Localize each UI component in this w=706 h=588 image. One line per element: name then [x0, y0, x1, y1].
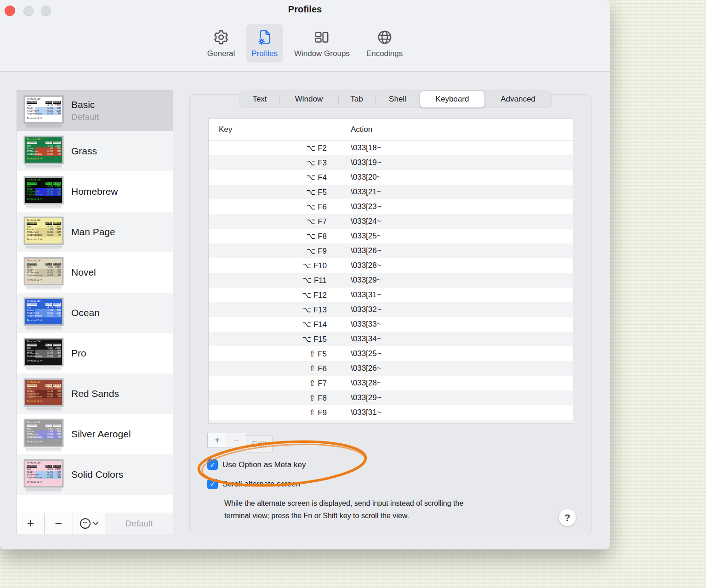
tab-text[interactable]: Text [240, 91, 279, 107]
checkbox-label: Scroll alternate screen [222, 480, 300, 489]
checkmark-icon: ✓ [210, 480, 216, 488]
action-cell: \033[31~ [339, 290, 381, 300]
key-mapping-row[interactable]: ⌥ F11 \033[29~ [209, 273, 573, 288]
key-mapping-row[interactable]: ⌥ F15 \033[34~ [209, 332, 573, 346]
toolbar-item-profiles[interactable]: Profiles [246, 24, 283, 62]
more-options-icon: ••• [80, 518, 91, 529]
profile-list-item[interactable]: Terminal1# COMMAND %CPU RPRVT top4.1%231… [17, 131, 173, 171]
profile-name: Pro [71, 348, 170, 359]
checkbox-label: Use Option as Meta key [222, 460, 306, 469]
toolbar-label: Window Groups [294, 49, 350, 58]
key-cell: ⌥ F13 [209, 305, 339, 315]
key-mapping-row[interactable]: ⇧ F6 \033[26~ [209, 361, 573, 376]
profile-list-item[interactable]: Terminal1# COMMAND %CPU RPRVT top4.1%231… [17, 373, 173, 414]
profile-name: Man Page [71, 226, 170, 237]
tab-tab[interactable]: Tab [338, 91, 375, 107]
profile-thumbnail: Terminal1# COMMAND %CPU RPRVT top4.1%231… [24, 96, 63, 124]
key-mapping-row[interactable]: ⌥ F7 \033[24~ [209, 214, 573, 229]
profile-list-item[interactable]: Terminal1# COMMAND %CPU RPRVT top4.1%231… [17, 90, 173, 131]
profile-thumbnail: Terminal1# COMMAND %CPU RPRVT top4.1%231… [24, 217, 63, 245]
toolbar-item-window-groups[interactable]: Window Groups [289, 24, 355, 62]
toolbar-item-general[interactable]: General [202, 24, 240, 62]
profile-list-item[interactable]: Terminal1# COMMAND %CPU RPRVT top4.1%231… [17, 414, 173, 454]
action-cell: \033[32~ [339, 305, 381, 314]
thumbnail-reflection [26, 367, 62, 371]
profile-list-item[interactable]: Terminal1# COMMAND %CPU RPRVT top4.1%231… [17, 252, 173, 293]
edit-key-mapping-button[interactable]: Edit [246, 435, 273, 452]
toolbar-item-encodings[interactable]: Encodings [361, 24, 408, 62]
profile-subtitle: Default [71, 112, 170, 122]
table-header: Key Action [209, 119, 573, 141]
profile-thumbnail: Terminal1# COMMAND %CPU RPRVT top4.1%231… [24, 338, 63, 366]
key-mapping-row[interactable]: ⇧ F9 \033[31~ [209, 405, 573, 420]
help-button[interactable]: ? [558, 509, 576, 526]
key-mapping-row[interactable]: ⌥ F9 \033[26~ [209, 243, 573, 258]
key-mapping-row[interactable]: ⌥ F12 \033[31~ [209, 288, 573, 302]
key-mapping-row[interactable]: ⇧ F5 \033[25~ [209, 346, 573, 361]
column-header-key: Key [209, 125, 339, 134]
profile-actions-menu-button[interactable]: ••• [73, 513, 105, 534]
key-mapping-row[interactable]: ⌥ F3 \033[19~ [209, 155, 573, 170]
profile-list-item[interactable]: Terminal1# COMMAND %CPU RPRVT top4.1%231… [17, 333, 173, 373]
key-cell: ⌥ F2 [209, 143, 339, 153]
tab-keyboard[interactable]: Keyboard [420, 91, 484, 107]
key-cell: ⇧ F9 [209, 408, 339, 418]
key-mapping-row[interactable]: ⌥ F13 \033[32~ [209, 302, 573, 317]
thumbnail-reflection [26, 286, 62, 290]
profile-list-item[interactable]: Terminal1# COMMAND %CPU RPRVT top4.1%231… [17, 171, 173, 212]
profile-thumbnail: Terminal1# COMMAND %CPU RPRVT top4.1%231… [24, 459, 63, 487]
profile-list-item[interactable]: Terminal1# COMMAND %CPU RPRVT top4.1%231… [17, 212, 173, 252]
action-cell: \033[25~ [339, 349, 381, 358]
tab-shell[interactable]: Shell [375, 91, 420, 107]
use-option-as-meta-checkbox[interactable]: ✓ [207, 459, 218, 470]
tab-advanced[interactable]: Advanced [484, 91, 552, 107]
key-mapping-row[interactable]: ⌥ F5 \033[21~ [209, 185, 573, 199]
profile-name: Ocean [71, 307, 170, 318]
key-cell: ⌥ F11 [209, 276, 339, 285]
profile-list-item[interactable]: Terminal1# COMMAND %CPU RPRVT top4.1%231… [17, 293, 173, 333]
default-profile-button[interactable]: Default [105, 513, 173, 534]
key-mapping-row[interactable]: ⌥ F10 \033[28~ [209, 258, 573, 273]
action-cell: \033[29~ [339, 393, 381, 402]
action-cell: \033[23~ [339, 202, 381, 211]
action-cell: \033[26~ [339, 364, 381, 373]
profile-list-item[interactable]: Terminal1# COMMAND %CPU RPRVT top4.1%231… [17, 454, 173, 495]
key-cell: ⌥ F8 [209, 232, 339, 241]
toolbar-label: Encodings [366, 49, 403, 58]
action-cell: \033[26~ [339, 246, 381, 255]
key-mapping-row[interactable]: ⇧ F7 \033[28~ [209, 376, 573, 390]
profile-list: Terminal1# COMMAND %CPU RPRVT top4.1%231… [17, 90, 173, 513]
key-mapping-row[interactable]: ⌥ F2 \033[18~ [209, 141, 573, 155]
action-cell: \033[31~ [339, 408, 381, 417]
toolbar-label: General [207, 49, 235, 58]
thumbnail-reflection [26, 246, 62, 250]
key-cell: ⌥ F10 [209, 261, 339, 271]
option-meta-key-row: ✓ Use Option as Meta key [207, 459, 306, 470]
action-cell: \033[34~ [339, 334, 381, 344]
thumbnail-reflection [26, 327, 62, 331]
key-mapping-row[interactable]: ⌥ F8 \033[25~ [209, 229, 573, 243]
terminal-preferences-window: Profiles General [0, 0, 610, 549]
action-cell: \033[28~ [339, 261, 381, 270]
key-mapping-rows: ⌥ F2 \033[18~ ⌥ F3 \033[19~ ⌥ F4 \033[20… [209, 141, 573, 420]
tab-window[interactable]: Window [279, 91, 338, 107]
remove-key-mapping-button[interactable]: − [227, 433, 246, 447]
profile-thumbnail: Terminal1# COMMAND %CPU RPRVT top4.1%231… [24, 419, 63, 447]
action-cell: \033[20~ [339, 173, 381, 182]
add-profile-button[interactable]: + [17, 513, 45, 534]
action-cell: \033[29~ [339, 276, 381, 285]
key-mapping-row[interactable]: ⌥ F6 \033[23~ [209, 199, 573, 214]
action-cell: \033[33~ [339, 320, 381, 329]
profile-thumbnail: Terminal1# COMMAND %CPU RPRVT top4.1%231… [24, 298, 63, 326]
remove-profile-button[interactable]: − [45, 513, 73, 534]
key-mapping-row[interactable]: ⇧ F8 \033[29~ [209, 390, 573, 405]
key-cell: ⌥ F9 [209, 246, 339, 256]
key-cell: ⇧ F7 [209, 379, 339, 388]
add-key-mapping-button[interactable]: + [207, 433, 227, 447]
scroll-alternate-screen-checkbox[interactable]: ✓ [207, 479, 218, 489]
key-mapping-row[interactable]: ⌥ F14 \033[33~ [209, 317, 573, 332]
profile-list-toolbar: + − ••• Default [17, 513, 173, 534]
key-mapping-row[interactable]: ⌥ F4 \033[20~ [209, 170, 573, 185]
globe-icon [376, 27, 393, 48]
table-row-partial [209, 420, 573, 424]
